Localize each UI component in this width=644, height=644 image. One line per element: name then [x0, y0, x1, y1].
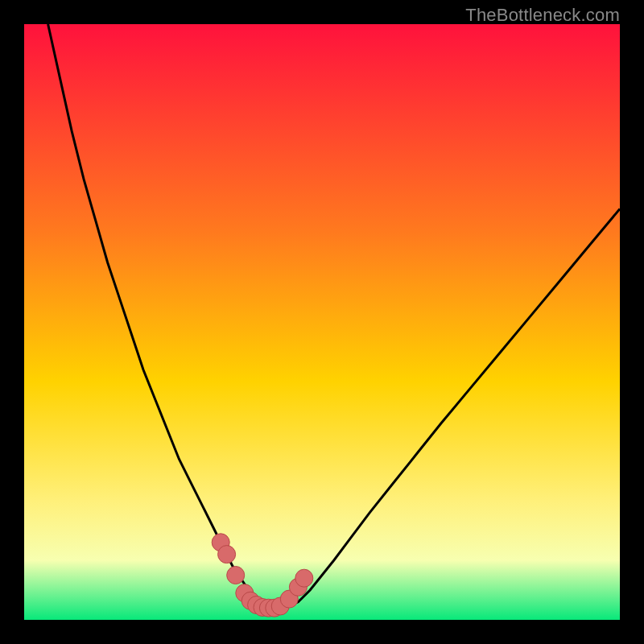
- plot-area: [24, 24, 620, 620]
- outer-frame: TheBottleneck.com: [0, 0, 644, 644]
- data-marker: [295, 569, 313, 587]
- watermark-text: TheBottleneck.com: [465, 5, 620, 26]
- data-marker: [218, 546, 236, 564]
- data-marker: [227, 567, 245, 584]
- chart-svg: [24, 24, 620, 620]
- gradient-background: [24, 24, 620, 620]
